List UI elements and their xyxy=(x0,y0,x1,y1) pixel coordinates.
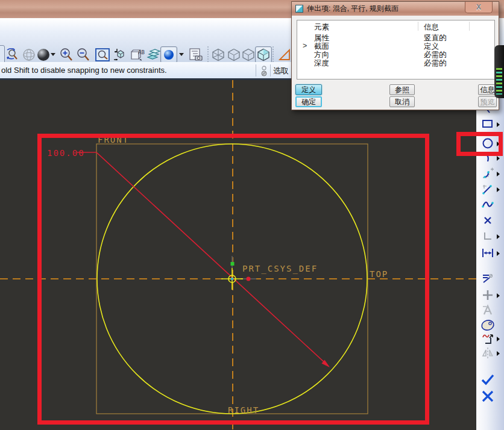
dialog-cube-icon xyxy=(295,5,303,13)
element-row-direction[interactable]: 方向 必需的 xyxy=(297,50,494,58)
rectangle-flyout-icon[interactable] xyxy=(497,122,500,127)
dialog-title: 伸出项: 混合, 平行, 规则截面 xyxy=(307,4,398,14)
arc-flyout-icon[interactable] xyxy=(497,156,500,161)
modify-dimensions-tool-icon[interactable] xyxy=(480,271,495,285)
feature-definition-dialog: 伸出项: 混合, 平行, 规则截面 X 元素 信息 属性 竖直的 > 截面 定义… xyxy=(291,1,499,110)
preview-button[interactable]: 预览 xyxy=(478,96,497,107)
column-header-element: 元素 xyxy=(314,22,329,33)
messagebar-separator xyxy=(270,64,271,76)
mirror-tool-icon[interactable] xyxy=(480,346,495,360)
status-message: old Shift to disable snapping to new con… xyxy=(1,66,167,75)
wireframe-view-icon[interactable] xyxy=(210,46,227,63)
zoom-out-icon[interactable] xyxy=(75,46,92,63)
chamfer-tool-icon[interactable] xyxy=(480,182,495,196)
saved-views-icon[interactable]: AB xyxy=(129,46,146,63)
column-separator xyxy=(469,22,470,31)
current-element-marker: > xyxy=(303,42,307,50)
repaint-icon[interactable] xyxy=(4,46,20,63)
element-info: 必需的 xyxy=(424,58,447,69)
element-status-list[interactable]: 元素 信息 属性 竖直的 > 截面 定义 方向 必需的 深度 必需的 xyxy=(297,20,495,79)
gadget-level-bars xyxy=(496,68,502,95)
toolbar-separator xyxy=(207,46,209,63)
dimension-tool-icon[interactable] xyxy=(480,246,495,260)
circle-tool-highlight-annotation xyxy=(456,132,503,156)
cancel-button[interactable]: 取消 xyxy=(389,96,415,107)
dimension-flyout-icon[interactable] xyxy=(497,251,500,256)
trim-tool-icon[interactable] xyxy=(480,331,495,346)
palette-tool-icon[interactable] xyxy=(480,318,495,332)
zoom-in-icon[interactable] xyxy=(58,46,75,63)
shaded-sphere-icon[interactable] xyxy=(35,46,52,63)
application-window: AB old Shift to disable sn xyxy=(0,0,504,430)
mirror-flyout-icon[interactable] xyxy=(497,351,500,356)
element-row-attributes[interactable]: 属性 竖直的 xyxy=(297,33,494,42)
constraints-tool-icon[interactable] xyxy=(480,288,495,302)
zoom-fit-icon[interactable] xyxy=(94,46,111,63)
done-tool-icon[interactable] xyxy=(480,372,495,387)
desktop-gadget-strip xyxy=(494,45,504,98)
shaded-sphere-dropdown-icon[interactable] xyxy=(51,53,55,56)
trim-flyout-icon[interactable] xyxy=(497,337,500,341)
constraints-flyout-icon[interactable] xyxy=(497,293,500,298)
datum-planes-icon[interactable] xyxy=(276,46,293,63)
point-tool-icon[interactable] xyxy=(480,213,495,228)
toolbar-separator xyxy=(272,46,274,63)
render-style-dropdown-icon[interactable] xyxy=(179,53,184,56)
render-style-icon[interactable] xyxy=(160,46,177,63)
dialog-titlebar[interactable]: 伸出项: 混合, 平行, 规则截面 X xyxy=(292,2,499,16)
reorient-view-icon[interactable] xyxy=(112,46,128,63)
chamfer-flyout-icon[interactable] xyxy=(497,187,500,192)
text-tool-icon[interactable] xyxy=(480,303,495,317)
rectangle-tool-icon[interactable] xyxy=(480,117,495,131)
saved-views-glyph: AB xyxy=(138,49,145,55)
cancel-tool-icon[interactable] xyxy=(480,389,495,404)
ok-button[interactable]: 确定 xyxy=(295,96,322,107)
fillet-flyout-icon[interactable] xyxy=(497,172,500,176)
select-filter-label[interactable]: 选取 xyxy=(273,66,289,76)
column-header-info: 信息 xyxy=(424,22,439,33)
no-hidden-view-icon[interactable] xyxy=(240,46,257,63)
coordinate-system-tool-icon[interactable] xyxy=(480,229,495,243)
element-name: 深度 xyxy=(314,58,329,69)
element-row-section[interactable]: > 截面 定义 xyxy=(297,42,494,50)
fillet-tool-icon[interactable] xyxy=(480,166,495,181)
shaded-view-icon[interactable] xyxy=(255,46,272,63)
column-separator xyxy=(418,22,418,31)
smart-filter-icon[interactable] xyxy=(259,65,269,77)
messagebar-separator xyxy=(256,64,256,76)
model-tree-icon[interactable] xyxy=(187,46,204,63)
references-button[interactable]: 参照 xyxy=(389,84,415,95)
element-row-depth[interactable]: 深度 必需的 xyxy=(297,58,494,67)
coordinate-system-flyout-icon[interactable] xyxy=(497,234,500,239)
sketch-highlight-annotation xyxy=(37,134,429,425)
close-icon[interactable]: X xyxy=(465,2,493,13)
spline-tool-icon[interactable] xyxy=(480,198,495,212)
define-button[interactable]: 定义 xyxy=(295,84,322,95)
